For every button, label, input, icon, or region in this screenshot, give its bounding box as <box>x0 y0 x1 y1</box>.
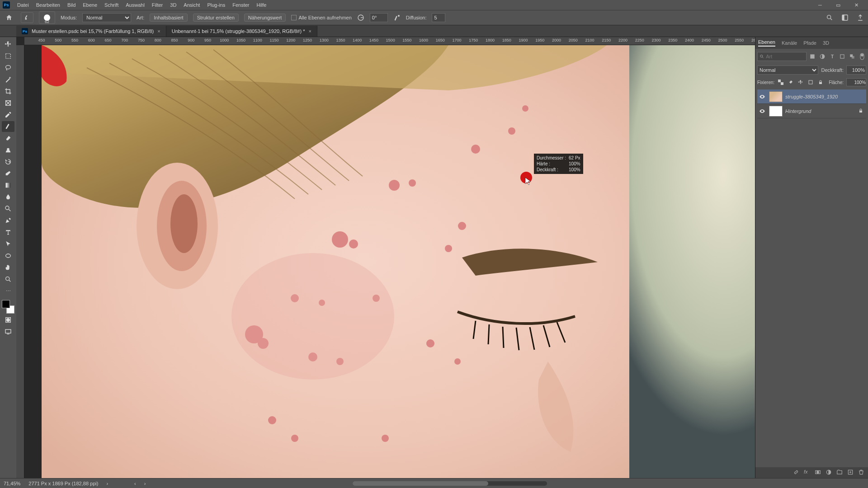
opacity-input[interactable] <box>846 66 866 75</box>
tab-unbenannt-1[interactable]: Unbenannt-1 bei 71,5% (struggle-3805349_… <box>166 26 317 37</box>
horizontal-scrollbar[interactable] <box>353 481 547 486</box>
zoom-tool[interactable] <box>2 274 14 285</box>
home-button[interactable] <box>3 12 15 23</box>
history-brush-tool[interactable] <box>2 156 14 167</box>
menu-bild[interactable]: Bild <box>64 2 79 8</box>
window-minimize-button[interactable]: ─ <box>811 0 829 10</box>
eraser-tool[interactable] <box>2 168 14 179</box>
proximity-match-button[interactable]: Näherungswert <box>244 14 286 22</box>
menu-ebene[interactable]: Ebene <box>79 2 101 8</box>
hand-tool[interactable] <box>2 262 14 273</box>
tab-kanaele[interactable]: Kanäle <box>782 40 797 46</box>
menu-bearbeiten[interactable]: Bearbeiten <box>33 2 64 8</box>
dodge-tool[interactable] <box>2 203 14 214</box>
fill-input[interactable] <box>846 78 866 86</box>
lock-transparency-icon[interactable] <box>777 79 784 86</box>
lasso-tool[interactable] <box>2 62 14 73</box>
healing-brush-tool[interactable] <box>2 121 14 132</box>
move-tool[interactable] <box>2 39 14 50</box>
tab-pfade[interactable]: Pfade <box>803 40 816 46</box>
blur-tool[interactable] <box>2 192 14 202</box>
content-aware-button[interactable]: Inhaltsbasiert <box>150 14 187 22</box>
pen-tool[interactable] <box>2 215 14 226</box>
tab-close-icon[interactable]: × <box>157 28 160 34</box>
menu-auswahl[interactable]: Auswahl <box>122 2 148 8</box>
lock-all-icon[interactable] <box>817 79 824 86</box>
adjustment-layer-icon[interactable] <box>826 469 833 476</box>
document-canvas[interactable]: Durchmesser :62 Px Härte :100% Deckkraft… <box>24 45 755 478</box>
filter-shape-icon[interactable] <box>838 52 846 61</box>
filter-smart-icon[interactable] <box>848 52 856 61</box>
pressure-icon[interactable] <box>393 14 401 21</box>
share-icon[interactable] <box>855 13 865 23</box>
window-close-button[interactable]: ✕ <box>847 0 865 10</box>
quick-mask-button[interactable] <box>2 314 14 325</box>
gradient-tool[interactable] <box>2 180 14 191</box>
path-select-tool[interactable] <box>2 239 14 249</box>
filter-type-icon[interactable]: T <box>828 52 836 61</box>
menu-3d[interactable]: 3D <box>166 2 180 8</box>
magic-wand-tool[interactable] <box>2 74 14 85</box>
menu-fenster[interactable]: Fenster <box>229 2 253 8</box>
frame-tool[interactable] <box>2 98 14 108</box>
angle-input[interactable] <box>370 13 388 22</box>
layer-hintergrund[interactable]: Hintergrund <box>757 104 866 118</box>
menu-filter[interactable]: Filter <box>148 2 166 8</box>
blend-mode-select[interactable]: Normal <box>82 13 131 22</box>
workspace-icon[interactable] <box>840 13 850 23</box>
tab-muster-erstellen[interactable]: Ps Muster erstellen.psdc bei 15,7% (Farb… <box>16 26 166 37</box>
zoom-level[interactable]: 71,45% <box>4 481 20 486</box>
filter-adjust-icon[interactable] <box>818 52 826 61</box>
lock-pixels-icon[interactable] <box>787 79 794 86</box>
layer-filter[interactable] <box>757 52 807 61</box>
filter-pixel-icon[interactable] <box>808 52 816 61</box>
window-restore-button[interactable]: ▭ <box>829 0 847 10</box>
type-tool[interactable] <box>2 227 14 238</box>
menu-plugins[interactable]: Plug-ins <box>203 2 229 8</box>
link-layers-icon[interactable] <box>793 469 800 476</box>
brush-preset-picker[interactable]: 62 <box>39 11 55 24</box>
crop-tool[interactable] <box>2 86 14 97</box>
tab-ebenen[interactable]: Ebenen <box>758 39 775 47</box>
vertical-ruler[interactable] <box>16 45 24 478</box>
status-chevron-icon[interactable]: › <box>106 481 108 486</box>
lock-position-icon[interactable] <box>797 79 804 86</box>
filter-toggle-icon[interactable] <box>858 52 866 61</box>
new-layer-icon[interactable] <box>847 469 854 476</box>
layer-visibility-icon[interactable] <box>758 108 766 114</box>
sample-all-layers-checkbox[interactable]: Alle Ebenen aufnehmen <box>291 15 351 20</box>
layer-style-icon[interactable]: fx <box>804 469 811 476</box>
menu-ansicht[interactable]: Ansicht <box>180 2 203 8</box>
horizontal-ruler[interactable]: 4505005506006507007508008509009501000105… <box>24 37 755 45</box>
marquee-tool[interactable] <box>2 51 14 61</box>
menu-schrift[interactable]: Schrift <box>101 2 122 8</box>
delete-layer-icon[interactable] <box>858 469 865 476</box>
layer-mask-icon[interactable] <box>815 469 822 476</box>
color-swatches[interactable] <box>2 300 14 314</box>
screen-mode-button[interactable] <box>2 326 14 337</box>
foreground-color-swatch[interactable] <box>2 300 10 308</box>
eyedropper-tool[interactable] <box>2 109 14 120</box>
tab-3d[interactable]: 3D <box>823 40 829 46</box>
current-tool-icon[interactable] <box>21 12 33 23</box>
edit-toolbar-button[interactable]: ⋯ <box>2 286 14 296</box>
status-nav-next-icon[interactable]: › <box>144 481 146 486</box>
brush-tool[interactable] <box>2 133 14 144</box>
menu-datei[interactable]: Datei <box>14 2 33 8</box>
shape-tool[interactable] <box>2 250 14 261</box>
create-texture-button[interactable]: Struktur erstellen <box>193 14 239 22</box>
layer-struggle[interactable]: struggle-3805349_1920 <box>757 89 866 104</box>
status-nav-prev-icon[interactable]: ‹ <box>134 481 136 486</box>
search-icon[interactable] <box>825 13 835 23</box>
tab-close-icon[interactable]: × <box>308 28 311 34</box>
menu-hilfe[interactable]: Hilfe <box>253 2 270 8</box>
layer-blend-mode-select[interactable]: Normal <box>757 66 818 75</box>
group-layers-icon[interactable] <box>836 469 844 476</box>
scrollbar-thumb[interactable] <box>353 481 488 486</box>
document-dimensions[interactable]: 2771 Px x 1869 Px (182,88 ppi) <box>28 481 98 486</box>
layer-visibility-icon[interactable] <box>758 94 766 100</box>
lock-artboard-icon[interactable] <box>807 79 814 86</box>
layer-filter-input[interactable] <box>766 54 804 59</box>
clone-stamp-tool[interactable] <box>2 145 14 155</box>
diffusion-input[interactable] <box>432 13 445 22</box>
